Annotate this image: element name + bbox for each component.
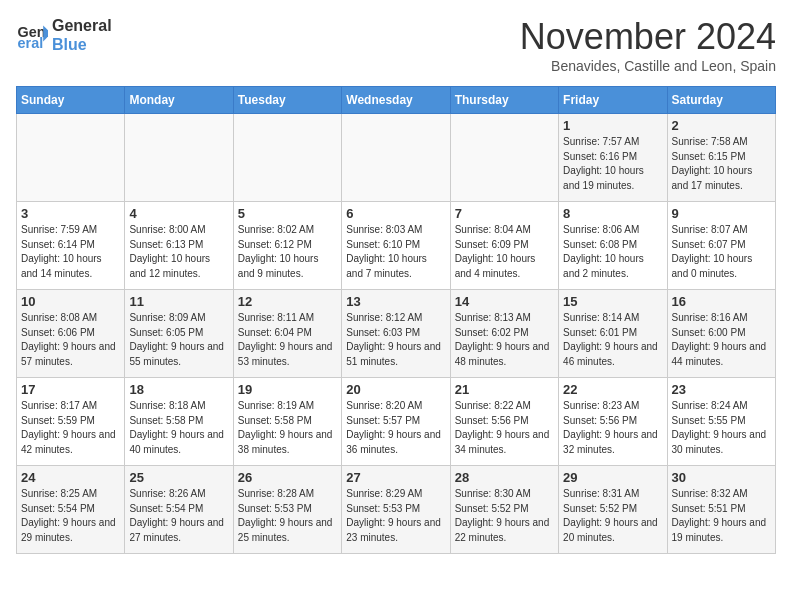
calendar-cell [125, 114, 233, 202]
calendar-cell: 11Sunrise: 8:09 AM Sunset: 6:05 PM Dayli… [125, 290, 233, 378]
weekday-header-sunday: Sunday [17, 87, 125, 114]
calendar-cell: 17Sunrise: 8:17 AM Sunset: 5:59 PM Dayli… [17, 378, 125, 466]
weekday-header-wednesday: Wednesday [342, 87, 450, 114]
day-info: Sunrise: 8:04 AM Sunset: 6:09 PM Dayligh… [455, 223, 554, 281]
day-number: 4 [129, 206, 228, 221]
logo-text-line2: Blue [52, 35, 112, 54]
day-info: Sunrise: 8:12 AM Sunset: 6:03 PM Dayligh… [346, 311, 445, 369]
calendar-cell: 1Sunrise: 7:57 AM Sunset: 6:16 PM Daylig… [559, 114, 667, 202]
day-info: Sunrise: 8:09 AM Sunset: 6:05 PM Dayligh… [129, 311, 228, 369]
day-number: 7 [455, 206, 554, 221]
weekday-header-thursday: Thursday [450, 87, 558, 114]
day-info: Sunrise: 8:19 AM Sunset: 5:58 PM Dayligh… [238, 399, 337, 457]
day-number: 14 [455, 294, 554, 309]
calendar-cell: 13Sunrise: 8:12 AM Sunset: 6:03 PM Dayli… [342, 290, 450, 378]
day-number: 28 [455, 470, 554, 485]
day-info: Sunrise: 8:20 AM Sunset: 5:57 PM Dayligh… [346, 399, 445, 457]
day-number: 10 [21, 294, 120, 309]
weekday-header-friday: Friday [559, 87, 667, 114]
month-title: November 2024 [520, 16, 776, 58]
calendar-cell: 30Sunrise: 8:32 AM Sunset: 5:51 PM Dayli… [667, 466, 775, 554]
day-info: Sunrise: 8:32 AM Sunset: 5:51 PM Dayligh… [672, 487, 771, 545]
calendar-cell: 16Sunrise: 8:16 AM Sunset: 6:00 PM Dayli… [667, 290, 775, 378]
calendar-cell: 24Sunrise: 8:25 AM Sunset: 5:54 PM Dayli… [17, 466, 125, 554]
calendar-cell: 29Sunrise: 8:31 AM Sunset: 5:52 PM Dayli… [559, 466, 667, 554]
day-number: 27 [346, 470, 445, 485]
weekday-header-row: SundayMondayTuesdayWednesdayThursdayFrid… [17, 87, 776, 114]
day-info: Sunrise: 8:13 AM Sunset: 6:02 PM Dayligh… [455, 311, 554, 369]
calendar-table: SundayMondayTuesdayWednesdayThursdayFrid… [16, 86, 776, 554]
logo-icon: Gen eral [16, 19, 48, 51]
day-info: Sunrise: 8:03 AM Sunset: 6:10 PM Dayligh… [346, 223, 445, 281]
day-info: Sunrise: 8:25 AM Sunset: 5:54 PM Dayligh… [21, 487, 120, 545]
day-info: Sunrise: 8:29 AM Sunset: 5:53 PM Dayligh… [346, 487, 445, 545]
day-info: Sunrise: 8:02 AM Sunset: 6:12 PM Dayligh… [238, 223, 337, 281]
day-info: Sunrise: 7:59 AM Sunset: 6:14 PM Dayligh… [21, 223, 120, 281]
calendar-cell: 15Sunrise: 8:14 AM Sunset: 6:01 PM Dayli… [559, 290, 667, 378]
day-info: Sunrise: 8:18 AM Sunset: 5:58 PM Dayligh… [129, 399, 228, 457]
day-info: Sunrise: 8:28 AM Sunset: 5:53 PM Dayligh… [238, 487, 337, 545]
day-number: 24 [21, 470, 120, 485]
day-number: 19 [238, 382, 337, 397]
day-number: 20 [346, 382, 445, 397]
day-number: 12 [238, 294, 337, 309]
calendar-cell [17, 114, 125, 202]
day-number: 29 [563, 470, 662, 485]
day-number: 5 [238, 206, 337, 221]
calendar-cell: 28Sunrise: 8:30 AM Sunset: 5:52 PM Dayli… [450, 466, 558, 554]
calendar-cell: 25Sunrise: 8:26 AM Sunset: 5:54 PM Dayli… [125, 466, 233, 554]
day-info: Sunrise: 8:23 AM Sunset: 5:56 PM Dayligh… [563, 399, 662, 457]
day-info: Sunrise: 8:00 AM Sunset: 6:13 PM Dayligh… [129, 223, 228, 281]
title-block: November 2024 Benavides, Castille and Le… [520, 16, 776, 74]
day-info: Sunrise: 7:58 AM Sunset: 6:15 PM Dayligh… [672, 135, 771, 193]
day-number: 23 [672, 382, 771, 397]
calendar-cell: 26Sunrise: 8:28 AM Sunset: 5:53 PM Dayli… [233, 466, 341, 554]
day-number: 9 [672, 206, 771, 221]
day-info: Sunrise: 8:16 AM Sunset: 6:00 PM Dayligh… [672, 311, 771, 369]
day-number: 3 [21, 206, 120, 221]
day-info: Sunrise: 7:57 AM Sunset: 6:16 PM Dayligh… [563, 135, 662, 193]
calendar-cell: 23Sunrise: 8:24 AM Sunset: 5:55 PM Dayli… [667, 378, 775, 466]
day-info: Sunrise: 8:06 AM Sunset: 6:08 PM Dayligh… [563, 223, 662, 281]
calendar-cell: 2Sunrise: 7:58 AM Sunset: 6:15 PM Daylig… [667, 114, 775, 202]
logo-text-line1: General [52, 16, 112, 35]
day-number: 21 [455, 382, 554, 397]
calendar-cell: 20Sunrise: 8:20 AM Sunset: 5:57 PM Dayli… [342, 378, 450, 466]
day-number: 26 [238, 470, 337, 485]
day-number: 8 [563, 206, 662, 221]
calendar-cell: 18Sunrise: 8:18 AM Sunset: 5:58 PM Dayli… [125, 378, 233, 466]
day-info: Sunrise: 8:14 AM Sunset: 6:01 PM Dayligh… [563, 311, 662, 369]
day-info: Sunrise: 8:31 AM Sunset: 5:52 PM Dayligh… [563, 487, 662, 545]
weekday-header-saturday: Saturday [667, 87, 775, 114]
calendar-week-4: 17Sunrise: 8:17 AM Sunset: 5:59 PM Dayli… [17, 378, 776, 466]
day-info: Sunrise: 8:24 AM Sunset: 5:55 PM Dayligh… [672, 399, 771, 457]
day-number: 11 [129, 294, 228, 309]
calendar-cell: 7Sunrise: 8:04 AM Sunset: 6:09 PM Daylig… [450, 202, 558, 290]
calendar-cell: 5Sunrise: 8:02 AM Sunset: 6:12 PM Daylig… [233, 202, 341, 290]
day-number: 16 [672, 294, 771, 309]
logo: Gen eral General Blue [16, 16, 112, 54]
calendar-cell: 4Sunrise: 8:00 AM Sunset: 6:13 PM Daylig… [125, 202, 233, 290]
day-number: 18 [129, 382, 228, 397]
day-number: 1 [563, 118, 662, 133]
calendar-cell: 14Sunrise: 8:13 AM Sunset: 6:02 PM Dayli… [450, 290, 558, 378]
calendar-cell: 10Sunrise: 8:08 AM Sunset: 6:06 PM Dayli… [17, 290, 125, 378]
day-info: Sunrise: 8:08 AM Sunset: 6:06 PM Dayligh… [21, 311, 120, 369]
day-info: Sunrise: 8:11 AM Sunset: 6:04 PM Dayligh… [238, 311, 337, 369]
calendar-cell: 21Sunrise: 8:22 AM Sunset: 5:56 PM Dayli… [450, 378, 558, 466]
day-number: 30 [672, 470, 771, 485]
day-number: 6 [346, 206, 445, 221]
location-subtitle: Benavides, Castille and Leon, Spain [520, 58, 776, 74]
day-number: 2 [672, 118, 771, 133]
calendar-week-2: 3Sunrise: 7:59 AM Sunset: 6:14 PM Daylig… [17, 202, 776, 290]
calendar-cell: 22Sunrise: 8:23 AM Sunset: 5:56 PM Dayli… [559, 378, 667, 466]
weekday-header-monday: Monday [125, 87, 233, 114]
calendar-cell: 8Sunrise: 8:06 AM Sunset: 6:08 PM Daylig… [559, 202, 667, 290]
day-number: 17 [21, 382, 120, 397]
day-info: Sunrise: 8:22 AM Sunset: 5:56 PM Dayligh… [455, 399, 554, 457]
calendar-cell: 27Sunrise: 8:29 AM Sunset: 5:53 PM Dayli… [342, 466, 450, 554]
calendar-cell: 12Sunrise: 8:11 AM Sunset: 6:04 PM Dayli… [233, 290, 341, 378]
calendar-cell: 3Sunrise: 7:59 AM Sunset: 6:14 PM Daylig… [17, 202, 125, 290]
day-info: Sunrise: 8:17 AM Sunset: 5:59 PM Dayligh… [21, 399, 120, 457]
day-info: Sunrise: 8:07 AM Sunset: 6:07 PM Dayligh… [672, 223, 771, 281]
